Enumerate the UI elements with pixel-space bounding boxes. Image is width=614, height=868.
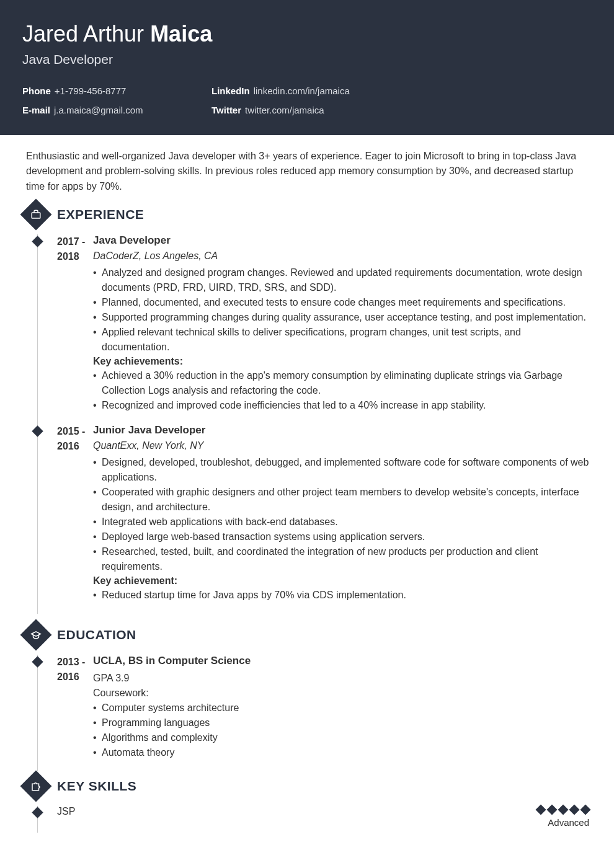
contact-value: +1-799-456-8777	[55, 86, 127, 96]
contact-label: LinkedIn	[211, 86, 250, 96]
entry-date: 2013 - 2016	[37, 655, 93, 760]
entry-body: UCLA, BS in Computer Science GPA 3.9 Cou…	[93, 655, 589, 760]
contact-linkedin: LinkedInlinkedin.com/in/jamaica	[211, 82, 401, 101]
experience-entry: 2015 - 2016 Junior Java Developer QuantE…	[37, 424, 589, 614]
rating-diamonds	[537, 806, 589, 813]
key-achievements-label: Key achievements:	[93, 356, 589, 367]
education-section: EDUCATION 2013 - 2016 UCLA, BS in Comput…	[0, 627, 614, 771]
section-heading: EXPERIENCE	[57, 207, 144, 222]
entry-title: UCLA, BS in Computer Science	[93, 655, 589, 667]
experience-timeline: 2017 - 2018 Java Developer DaCoderZ, Los…	[37, 234, 589, 614]
full-name: Jared Arthur Maica	[22, 21, 592, 47]
bullet-item: Supported programming changes during qua…	[93, 310, 589, 325]
entry-bullets: Analyzed and designed program changes. R…	[93, 265, 589, 355]
bullet-item: Algorithms and complexity	[93, 730, 589, 745]
skill-name: JSP	[57, 806, 75, 817]
section-heading: EDUCATION	[57, 627, 136, 642]
resume-header: Jared Arthur Maica Java Developer Phone+…	[0, 0, 614, 135]
svg-rect-0	[32, 213, 40, 218]
section-heading: KEY SKILLS	[57, 779, 136, 794]
entry-date: 2015 - 2016	[37, 424, 93, 603]
bullet-item: Designed, developed, troubleshot, debugg…	[93, 455, 589, 485]
summary-paragraph: Enthusiastic and well-organized Java dev…	[0, 135, 614, 207]
entry-date: 2017 - 2018	[37, 234, 93, 413]
contact-label: Phone	[22, 86, 51, 96]
skills-section: KEY SKILLS JSP Advanced	[0, 779, 614, 833]
bullet-item: Achieved a 30% reduction in the app's me…	[93, 368, 589, 398]
bullet-item: Integrated web applications with back-en…	[93, 515, 589, 529]
bullet-item: Automata theory	[93, 745, 589, 760]
bullet-item: Applied relevant technical skills to del…	[93, 325, 589, 355]
section-header-education: EDUCATION	[26, 627, 589, 642]
bullet-item: Planned, documented, and executed tests …	[93, 295, 589, 310]
entry-body: Java Developer DaCoderZ, Los Angeles, CA…	[93, 234, 589, 413]
diamond-icon	[558, 804, 569, 815]
skill-rating: Advanced	[537, 806, 589, 828]
education-timeline: 2013 - 2016 UCLA, BS in Computer Science…	[37, 655, 589, 771]
bullet-item: Deployed large web-based transaction sys…	[93, 529, 589, 544]
education-entry: 2013 - 2016 UCLA, BS in Computer Science…	[37, 655, 589, 771]
key-achievements-list: Achieved a 30% reduction in the app's me…	[93, 368, 589, 413]
contact-label: E-mail	[22, 105, 50, 115]
key-achievements-label: Key achievement:	[93, 575, 589, 587]
entry-title: Java Developer	[93, 234, 589, 247]
bullet-item: Recognized and improved code inefficienc…	[93, 398, 589, 413]
skills-list: JSP Advanced	[37, 806, 589, 833]
contacts-left: Phone+1-799-456-8777 E-mailj.a.maica@gma…	[22, 82, 211, 120]
timeline-dot	[32, 807, 43, 818]
gpa-text: GPA 3.9	[93, 671, 589, 686]
coursework-list: Computer systems architecture Programmin…	[93, 701, 589, 760]
bullet-item: Reduced startup time for Java apps by 70…	[93, 588, 589, 603]
contact-value: twitter.com/jamaica	[245, 105, 324, 115]
skill-row: JSP Advanced	[37, 806, 589, 833]
section-header-skills: KEY SKILLS	[26, 779, 589, 794]
experience-entry: 2017 - 2018 Java Developer DaCoderZ, Los…	[37, 234, 589, 424]
bullet-item: Cooperated with graphic designers and ot…	[93, 485, 589, 515]
contacts-grid: Phone+1-799-456-8777 E-mailj.a.maica@gma…	[22, 82, 592, 120]
section-header-experience: EXPERIENCE	[26, 207, 589, 222]
contacts-right: LinkedInlinkedin.com/in/jamaica Twittert…	[211, 82, 401, 120]
entry-title: Junior Java Developer	[93, 424, 589, 436]
diamond-icon	[536, 804, 546, 815]
contact-value: linkedin.com/in/jamaica	[254, 86, 350, 96]
entry-body: Junior Java Developer QuantExx, New York…	[93, 424, 589, 603]
diamond-icon	[547, 804, 558, 815]
contact-email: E-mailj.a.maica@gmail.com	[22, 101, 211, 120]
diamond-icon	[581, 804, 591, 815]
last-name: Maica	[150, 21, 212, 46]
skill-level-text: Advanced	[537, 817, 589, 828]
bullet-item: Researched, tested, built, and coordinat…	[93, 544, 589, 574]
experience-section: EXPERIENCE 2017 - 2018 Java Developer Da…	[0, 207, 614, 614]
bullet-item: Analyzed and designed program changes. R…	[93, 265, 589, 295]
job-title: Java Developer	[22, 52, 592, 67]
entry-bullets: Designed, developed, troubleshot, debugg…	[93, 455, 589, 574]
diamond-icon	[569, 804, 580, 815]
contact-label: Twitter	[211, 105, 241, 115]
first-middle-name: Jared Arthur	[22, 21, 144, 46]
contact-twitter: Twittertwitter.com/jamaica	[211, 101, 401, 120]
key-achievements-list: Reduced startup time for Java apps by 70…	[93, 588, 589, 603]
coursework-label: Coursework:	[93, 686, 589, 701]
entry-company: QuantExx, New York, NY	[93, 440, 589, 451]
bullet-item: Computer systems architecture	[93, 701, 589, 715]
entry-company: DaCoderZ, Los Angeles, CA	[93, 250, 589, 262]
contact-value: j.a.maica@gmail.com	[54, 105, 143, 115]
contact-phone: Phone+1-799-456-8777	[22, 82, 211, 101]
bullet-item: Programming languages	[93, 715, 589, 730]
